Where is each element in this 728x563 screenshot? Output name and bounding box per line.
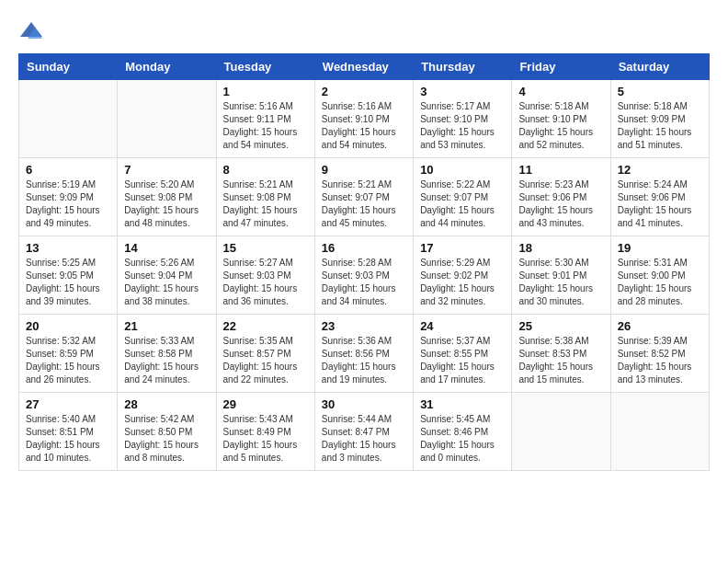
calendar-cell — [118, 80, 216, 158]
day-number: 15 — [223, 241, 308, 255]
calendar-cell: 29Sunrise: 5:43 AM Sunset: 8:49 PM Dayli… — [216, 393, 314, 471]
day-number: 11 — [518, 163, 603, 177]
calendar-cell: 26Sunrise: 5:39 AM Sunset: 8:52 PM Dayli… — [610, 315, 709, 393]
logo-icon — [18, 18, 44, 44]
weekday-header-row: SundayMondayTuesdayWednesdayThursdayFrid… — [19, 54, 710, 80]
calendar-cell: 14Sunrise: 5:26 AM Sunset: 9:04 PM Dayli… — [118, 236, 216, 315]
day-number: 30 — [322, 397, 406, 411]
day-number: 9 — [322, 163, 406, 177]
day-number: 1 — [223, 85, 308, 98]
calendar-cell: 15Sunrise: 5:27 AM Sunset: 9:03 PM Dayli… — [216, 236, 314, 315]
day-info: Sunrise: 5:18 AM Sunset: 9:10 PM Dayligh… — [518, 100, 603, 152]
day-number: 28 — [124, 397, 209, 411]
day-info: Sunrise: 5:23 AM Sunset: 9:06 PM Dayligh… — [518, 178, 603, 230]
day-number: 10 — [420, 163, 505, 177]
day-number: 26 — [618, 319, 702, 333]
day-number: 17 — [420, 241, 505, 255]
day-info: Sunrise: 5:16 AM Sunset: 9:10 PM Dayligh… — [322, 100, 406, 152]
day-info: Sunrise: 5:28 AM Sunset: 9:03 PM Dayligh… — [322, 257, 406, 308]
day-info: Sunrise: 5:39 AM Sunset: 8:52 PM Dayligh… — [618, 335, 702, 386]
calendar-cell: 6Sunrise: 5:19 AM Sunset: 9:09 PM Daylig… — [19, 158, 118, 236]
weekday-header-tuesday: Tuesday — [216, 54, 314, 80]
day-number: 23 — [322, 319, 406, 333]
calendar-cell: 2Sunrise: 5:16 AM Sunset: 9:10 PM Daylig… — [314, 80, 413, 158]
calendar-cell: 24Sunrise: 5:37 AM Sunset: 8:55 PM Dayli… — [414, 315, 512, 393]
calendar-week-1: 1Sunrise: 5:16 AM Sunset: 9:11 PM Daylig… — [19, 80, 710, 158]
calendar-table: SundayMondayTuesdayWednesdayThursdayFrid… — [18, 53, 710, 471]
calendar-cell: 3Sunrise: 5:17 AM Sunset: 9:10 PM Daylig… — [414, 80, 512, 158]
day-info: Sunrise: 5:29 AM Sunset: 9:02 PM Dayligh… — [420, 257, 505, 308]
calendar-cell: 8Sunrise: 5:21 AM Sunset: 9:08 PM Daylig… — [216, 158, 314, 236]
day-info: Sunrise: 5:32 AM Sunset: 8:59 PM Dayligh… — [26, 335, 110, 386]
weekday-header-wednesday: Wednesday — [314, 54, 413, 80]
day-info: Sunrise: 5:26 AM Sunset: 9:04 PM Dayligh… — [124, 257, 209, 308]
day-number: 8 — [223, 163, 308, 177]
day-info: Sunrise: 5:38 AM Sunset: 8:53 PM Dayligh… — [518, 335, 603, 386]
day-info: Sunrise: 5:19 AM Sunset: 9:09 PM Dayligh… — [26, 178, 110, 230]
day-number: 29 — [223, 397, 308, 411]
calendar-cell: 27Sunrise: 5:40 AM Sunset: 8:51 PM Dayli… — [19, 393, 118, 471]
weekday-header-saturday: Saturday — [610, 54, 709, 80]
day-number: 18 — [518, 241, 603, 255]
day-number: 12 — [618, 163, 702, 177]
day-info: Sunrise: 5:35 AM Sunset: 8:57 PM Dayligh… — [223, 335, 308, 386]
calendar-cell: 21Sunrise: 5:33 AM Sunset: 8:58 PM Dayli… — [118, 315, 216, 393]
day-number: 5 — [618, 85, 702, 98]
day-number: 6 — [26, 163, 110, 177]
day-number: 24 — [420, 319, 505, 333]
day-number: 7 — [124, 163, 209, 177]
calendar-cell: 16Sunrise: 5:28 AM Sunset: 9:03 PM Dayli… — [314, 236, 413, 315]
calendar-cell: 7Sunrise: 5:20 AM Sunset: 9:08 PM Daylig… — [118, 158, 216, 236]
day-info: Sunrise: 5:25 AM Sunset: 9:05 PM Dayligh… — [26, 257, 110, 308]
calendar-cell: 10Sunrise: 5:22 AM Sunset: 9:07 PM Dayli… — [414, 158, 512, 236]
day-info: Sunrise: 5:31 AM Sunset: 9:00 PM Dayligh… — [618, 257, 702, 308]
calendar-cell — [19, 80, 118, 158]
calendar-cell: 18Sunrise: 5:30 AM Sunset: 9:01 PM Dayli… — [512, 236, 610, 315]
weekday-header-friday: Friday — [512, 54, 610, 80]
day-info: Sunrise: 5:36 AM Sunset: 8:56 PM Dayligh… — [322, 335, 406, 386]
day-info: Sunrise: 5:21 AM Sunset: 9:07 PM Dayligh… — [322, 178, 406, 230]
day-number: 27 — [26, 397, 110, 411]
day-number: 21 — [124, 319, 209, 333]
day-info: Sunrise: 5:22 AM Sunset: 9:07 PM Dayligh… — [420, 178, 505, 230]
day-number: 19 — [618, 241, 702, 255]
calendar-cell: 4Sunrise: 5:18 AM Sunset: 9:10 PM Daylig… — [512, 80, 610, 158]
day-info: Sunrise: 5:37 AM Sunset: 8:55 PM Dayligh… — [420, 335, 505, 386]
calendar-cell: 13Sunrise: 5:25 AM Sunset: 9:05 PM Dayli… — [19, 236, 118, 315]
day-info: Sunrise: 5:16 AM Sunset: 9:11 PM Dayligh… — [223, 100, 308, 152]
calendar-cell — [512, 393, 610, 471]
day-info: Sunrise: 5:21 AM Sunset: 9:08 PM Dayligh… — [223, 178, 308, 230]
weekday-header-thursday: Thursday — [414, 54, 512, 80]
day-info: Sunrise: 5:17 AM Sunset: 9:10 PM Dayligh… — [420, 100, 505, 152]
calendar-cell: 20Sunrise: 5:32 AM Sunset: 8:59 PM Dayli… — [19, 315, 118, 393]
day-info: Sunrise: 5:18 AM Sunset: 9:09 PM Dayligh… — [618, 100, 702, 152]
calendar-cell: 28Sunrise: 5:42 AM Sunset: 8:50 PM Dayli… — [118, 393, 216, 471]
day-info: Sunrise: 5:42 AM Sunset: 8:50 PM Dayligh… — [124, 413, 209, 465]
calendar-cell: 5Sunrise: 5:18 AM Sunset: 9:09 PM Daylig… — [610, 80, 709, 158]
calendar-cell: 11Sunrise: 5:23 AM Sunset: 9:06 PM Dayli… — [512, 158, 610, 236]
day-number: 3 — [420, 85, 505, 98]
day-number: 20 — [26, 319, 110, 333]
calendar-cell: 19Sunrise: 5:31 AM Sunset: 9:00 PM Dayli… — [610, 236, 709, 315]
day-info: Sunrise: 5:20 AM Sunset: 9:08 PM Dayligh… — [124, 178, 209, 230]
calendar-week-4: 20Sunrise: 5:32 AM Sunset: 8:59 PM Dayli… — [19, 315, 710, 393]
calendar-cell: 17Sunrise: 5:29 AM Sunset: 9:02 PM Dayli… — [414, 236, 512, 315]
day-info: Sunrise: 5:40 AM Sunset: 8:51 PM Dayligh… — [26, 413, 110, 465]
calendar-cell: 22Sunrise: 5:35 AM Sunset: 8:57 PM Dayli… — [216, 315, 314, 393]
weekday-header-sunday: Sunday — [19, 54, 118, 80]
day-info: Sunrise: 5:43 AM Sunset: 8:49 PM Dayligh… — [223, 413, 308, 465]
day-info: Sunrise: 5:33 AM Sunset: 8:58 PM Dayligh… — [124, 335, 209, 386]
day-info: Sunrise: 5:44 AM Sunset: 8:47 PM Dayligh… — [322, 413, 406, 465]
day-number: 13 — [26, 241, 110, 255]
day-number: 14 — [124, 241, 209, 255]
calendar-week-2: 6Sunrise: 5:19 AM Sunset: 9:09 PM Daylig… — [19, 158, 710, 236]
day-number: 16 — [322, 241, 406, 255]
calendar-cell: 25Sunrise: 5:38 AM Sunset: 8:53 PM Dayli… — [512, 315, 610, 393]
calendar-cell: 12Sunrise: 5:24 AM Sunset: 9:06 PM Dayli… — [610, 158, 709, 236]
calendar-cell: 31Sunrise: 5:45 AM Sunset: 8:46 PM Dayli… — [414, 393, 512, 471]
day-number: 25 — [518, 319, 603, 333]
day-info: Sunrise: 5:30 AM Sunset: 9:01 PM Dayligh… — [518, 257, 603, 308]
calendar-week-3: 13Sunrise: 5:25 AM Sunset: 9:05 PM Dayli… — [19, 236, 710, 315]
calendar-cell: 1Sunrise: 5:16 AM Sunset: 9:11 PM Daylig… — [216, 80, 314, 158]
day-number: 2 — [322, 85, 406, 98]
